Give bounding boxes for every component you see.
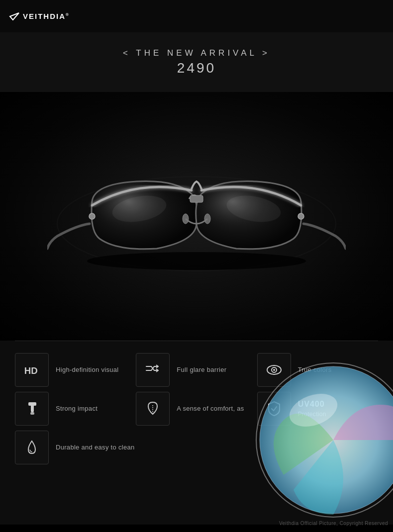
new-arrival-section: < THE NEW ARRIVAL > 2490: [0, 32, 393, 92]
feature-comfort: A sense of comfort, as: [136, 392, 257, 426]
arrival-title: < THE NEW ARRIVAL >: [123, 48, 270, 58]
wrench-icon: [23, 400, 40, 417]
copyright: Veithdia Official Picture, Copyright Res…: [279, 521, 388, 526]
hd-icon: HD: [23, 361, 40, 378]
feature-hd-label: High-definition visual: [56, 365, 119, 374]
leaf-icon: [144, 400, 161, 417]
feature-clean-label: Durable and easy to clean: [56, 443, 135, 452]
glare-icon: [144, 361, 161, 378]
drop-icon: [23, 439, 40, 456]
svg-marker-0: [10, 13, 19, 20]
sunglasses-section: [0, 92, 393, 341]
eye-icon: [266, 361, 283, 378]
feature-glare: Full glare barrier: [136, 353, 257, 387]
feature-comfort-label: A sense of comfort, as: [177, 404, 244, 413]
feature-impact: Strong impact: [15, 392, 136, 426]
sunglasses-image: [47, 147, 346, 286]
features-section: HD High-definition visual Full glare bar…: [0, 341, 393, 525]
logo-text: VEITHDIA®: [23, 12, 70, 20]
feature-impact-label: Strong impact: [56, 404, 98, 413]
impact-icon-box: [15, 392, 49, 426]
logo-area: VEITHDIA®: [9, 11, 70, 22]
svg-point-17: [273, 369, 275, 371]
logo-reg: ®: [66, 12, 70, 17]
svg-point-4: [298, 213, 304, 219]
header: VEITHDIA®: [0, 0, 393, 32]
svg-rect-2: [190, 195, 203, 202]
clean-icon-box: [15, 431, 49, 464]
svg-point-3: [89, 213, 95, 219]
feature-hd: HD High-definition visual: [15, 353, 136, 387]
svg-rect-20: [30, 412, 34, 415]
logo-icon: [9, 11, 20, 22]
comfort-icon-box: [136, 392, 170, 426]
svg-rect-19: [28, 402, 36, 406]
svg-text:HD: HD: [24, 365, 38, 376]
feature-glare-label: Full glare barrier: [177, 365, 226, 374]
model-number: 2490: [177, 60, 216, 76]
svg-point-9: [87, 252, 306, 270]
glare-icon-box: [136, 353, 170, 387]
hd-icon-box: HD: [15, 353, 49, 387]
